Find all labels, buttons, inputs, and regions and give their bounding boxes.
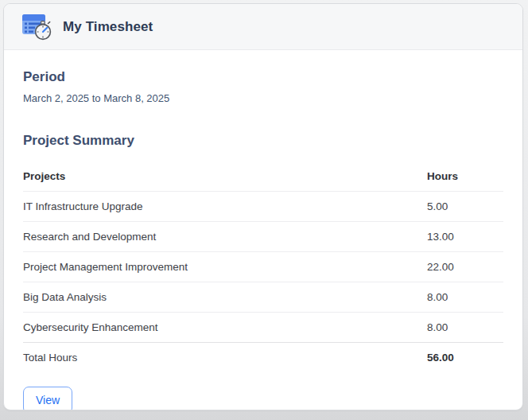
card-header: My Timesheet [4, 4, 522, 50]
project-cell: Cybersecurity Enhancement [23, 313, 427, 343]
project-cell: IT Infrastructure Upgrade [23, 192, 427, 222]
table-row: IT Infrastructure Upgrade 5.00 [23, 192, 503, 222]
column-header-projects: Projects [23, 161, 427, 192]
card-title: My Timesheet [63, 19, 153, 35]
projects-table: Projects Hours IT Infrastructure Upgrade… [23, 161, 503, 372]
table-row: Cybersecurity Enhancement 8.00 [23, 313, 503, 343]
table-header-row: Projects Hours [23, 161, 503, 192]
view-button[interactable]: View [23, 387, 72, 410]
total-label: Total Hours [23, 343, 427, 373]
project-cell: Research and Development [23, 222, 427, 252]
project-summary-heading: Project Summary [23, 104, 503, 149]
project-cell: Big Data Analysis [23, 282, 427, 313]
project-cell: Project Management Improvement [23, 252, 427, 282]
hours-cell: 8.00 [427, 313, 503, 343]
timesheet-stopwatch-icon [21, 12, 52, 41]
hours-cell: 13.00 [427, 222, 503, 252]
table-row: Project Management Improvement 22.00 [23, 252, 503, 282]
hours-cell: 8.00 [427, 282, 503, 313]
hours-cell: 22.00 [427, 252, 503, 282]
period-heading: Period [23, 50, 503, 85]
card-body: Period March 2, 2025 to March 8, 2025 Pr… [4, 50, 522, 410]
hours-cell: 5.00 [427, 192, 503, 222]
period-range: March 2, 2025 to March 8, 2025 [23, 92, 503, 104]
table-row: Research and Development 13.00 [23, 222, 503, 252]
table-row: Big Data Analysis 8.00 [23, 282, 503, 313]
total-hours-value: 56.00 [427, 343, 503, 373]
total-row: Total Hours 56.00 [23, 343, 503, 373]
column-header-hours: Hours [427, 161, 503, 192]
my-timesheet-card: My Timesheet Period March 2, 2025 to Mar… [3, 3, 523, 410]
